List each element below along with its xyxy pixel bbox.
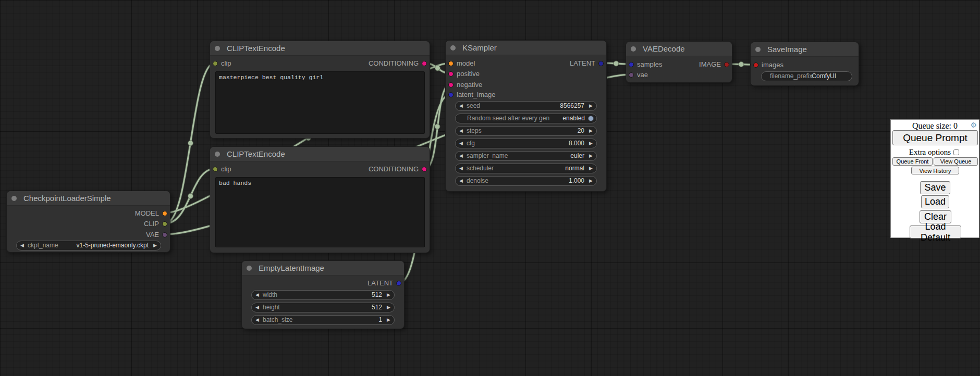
node-clip-text-encode-positive[interactable]: CLIPTextEncode clip CONDITIONING masterp…: [210, 41, 430, 139]
output-slot-latent: LATENT: [446, 59, 606, 68]
collapse-dot-icon[interactable]: [247, 266, 252, 271]
batch-size-widget[interactable]: ◀ batch_size 1 ▶: [251, 315, 395, 325]
vae-slot-dot[interactable]: [629, 72, 634, 78]
increment-arrow-icon[interactable]: ▶: [589, 152, 593, 160]
toggle-dot[interactable]: [588, 116, 594, 121]
collapse-dot-icon[interactable]: [755, 47, 761, 52]
collapse-dot-icon[interactable]: [215, 152, 220, 157]
increment-arrow-icon[interactable]: ▶: [589, 164, 593, 173]
seed-widget[interactable]: ◀ seed 8566257 ▶: [455, 101, 597, 111]
decrement-arrow-icon[interactable]: ◀: [459, 139, 463, 148]
node-title-bar[interactable]: VAEDecode: [626, 42, 732, 56]
image-slot-dot[interactable]: [753, 62, 758, 68]
widget-value: enabled: [562, 114, 585, 123]
node-title-bar[interactable]: KSampler: [446, 41, 606, 55]
queue-prompt-button[interactable]: Queue Prompt: [892, 130, 978, 145]
clip-slot-dot[interactable]: [162, 221, 167, 227]
random-seed-toggle-widget[interactable]: Random seed after every gen enabled: [455, 114, 597, 123]
decrement-arrow-icon[interactable]: ◀: [459, 152, 463, 160]
increment-arrow-icon[interactable]: ▶: [387, 303, 390, 312]
slot-label: CONDITIONING: [369, 165, 419, 173]
collapse-dot-icon[interactable]: [631, 46, 636, 52]
latent-slot-dot[interactable]: [598, 61, 604, 66]
widget-label: cfg: [467, 139, 475, 148]
node-title: SaveImage: [767, 42, 807, 57]
decrement-arrow-icon[interactable]: ◀: [459, 102, 463, 110]
conditioning-slot-dot[interactable]: [448, 71, 454, 77]
slot-label: positive: [457, 70, 480, 78]
node-title-bar[interactable]: CLIPTextEncode: [210, 147, 430, 161]
node-ksampler[interactable]: KSampler model LATENT positive negative …: [445, 40, 607, 192]
cfg-widget[interactable]: ◀ cfg 8.000 ▶: [455, 139, 597, 148]
conditioning-slot-dot[interactable]: [448, 82, 454, 87]
extra-options-row: Extra options: [891, 148, 979, 157]
latent-slot-dot[interactable]: [396, 281, 401, 286]
decrement-arrow-icon[interactable]: ◀: [459, 164, 463, 173]
output-slot-image: IMAGE: [626, 60, 732, 69]
settings-gear-icon[interactable]: ⚙: [970, 121, 977, 129]
output-slot-clip: CLIP: [7, 220, 170, 228]
collapse-dot-icon[interactable]: [215, 46, 220, 51]
decrement-arrow-icon[interactable]: ◀: [255, 303, 259, 312]
node-title-bar[interactable]: CheckpointLoaderSimple: [7, 191, 170, 206]
decrement-arrow-icon[interactable]: ◀: [255, 291, 259, 299]
increment-arrow-icon[interactable]: ▶: [589, 102, 593, 110]
decrement-arrow-icon[interactable]: ◀: [459, 177, 463, 185]
scheduler-widget[interactable]: ◀ scheduler normal ▶: [455, 164, 597, 173]
slot-label: LATENT: [570, 59, 595, 68]
node-title-bar[interactable]: CLIPTextEncode: [210, 41, 430, 56]
vae-slot-dot[interactable]: [162, 232, 167, 237]
node-empty-latent-image[interactable]: EmptyLatentImage LATENT ◀ width 512 ▶ ◀ …: [241, 260, 405, 329]
input-slot-negative: negative: [446, 81, 606, 89]
height-widget[interactable]: ◀ height 512 ▶: [251, 303, 395, 312]
widget-label: denoise: [467, 177, 488, 185]
slot-label: latent_image: [457, 91, 495, 99]
extra-options-checkbox[interactable]: [953, 149, 959, 155]
increment-arrow-icon[interactable]: ▶: [387, 291, 390, 299]
increment-arrow-icon[interactable]: ▶: [589, 127, 593, 135]
decrement-arrow-icon[interactable]: ◀: [459, 127, 463, 135]
ckpt-name-widget[interactable]: ◀ ckpt_name v1-5-pruned-emaonly.ckpt ▶: [16, 241, 161, 250]
width-widget[interactable]: ◀ width 512 ▶: [251, 290, 395, 300]
increment-arrow-icon[interactable]: ▶: [589, 177, 593, 185]
node-clip-text-encode-negative[interactable]: CLIPTextEncode clip CONDITIONING bad han…: [210, 146, 430, 253]
widget-label: scheduler: [467, 164, 494, 173]
slot-label: MODEL: [135, 209, 159, 218]
node-save-image[interactable]: SaveImage images filename_prefix ComfyUI: [750, 42, 859, 86]
conditioning-slot-dot[interactable]: [422, 61, 427, 66]
negative-prompt-textarea[interactable]: bad hands: [215, 177, 425, 247]
view-queue-button[interactable]: View Queue: [934, 157, 978, 166]
filename-prefix-widget[interactable]: filename_prefix ComfyUI: [761, 71, 852, 81]
load-default-button[interactable]: Load Default: [910, 225, 961, 239]
node-title-bar[interactable]: SaveImage: [751, 42, 859, 57]
decrement-arrow-icon[interactable]: ◀: [255, 316, 259, 324]
node-checkpoint-loader-simple[interactable]: CheckpointLoaderSimple MODEL CLIP VAE ◀ …: [6, 191, 170, 253]
queue-front-button[interactable]: Queue Front: [892, 157, 933, 166]
denoise-widget[interactable]: ◀ denoise 1.000 ▶: [455, 176, 597, 186]
sampler-name-widget[interactable]: ◀ sampler_name euler ▶: [455, 151, 597, 161]
latent-slot-dot[interactable]: [448, 92, 454, 97]
load-button[interactable]: Load: [921, 195, 949, 208]
widget-value: euler: [570, 152, 584, 160]
image-slot-dot[interactable]: [724, 62, 729, 67]
increment-arrow-icon[interactable]: ▶: [387, 316, 390, 324]
node-title-bar[interactable]: EmptyLatentImage: [242, 261, 404, 275]
save-button[interactable]: Save: [920, 181, 950, 194]
positive-prompt-textarea[interactable]: masterpiece best quality girl: [215, 71, 425, 134]
widget-label: width: [263, 291, 277, 299]
widget-label: seed: [467, 102, 480, 110]
increment-arrow-icon[interactable]: ▶: [589, 139, 593, 148]
comfy-menu-panel: Queue size: 0 ⚙ Queue Prompt Extra optio…: [890, 119, 979, 238]
node-vae-decode[interactable]: VAEDecode samples IMAGE vae: [626, 41, 732, 83]
model-slot-dot[interactable]: [162, 211, 167, 216]
collapse-dot-icon[interactable]: [450, 45, 456, 51]
increment-arrow-icon[interactable]: ▶: [153, 241, 157, 250]
collapse-dot-icon[interactable]: [11, 196, 17, 201]
steps-widget[interactable]: ◀ steps 20 ▶: [455, 126, 597, 136]
node-title: KSampler: [462, 41, 497, 55]
decrement-arrow-icon[interactable]: ◀: [20, 241, 24, 250]
output-slot-model: MODEL: [7, 209, 170, 218]
input-slot-positive: positive: [446, 70, 606, 78]
view-history-button[interactable]: View History: [911, 167, 959, 174]
conditioning-slot-dot[interactable]: [422, 167, 427, 172]
